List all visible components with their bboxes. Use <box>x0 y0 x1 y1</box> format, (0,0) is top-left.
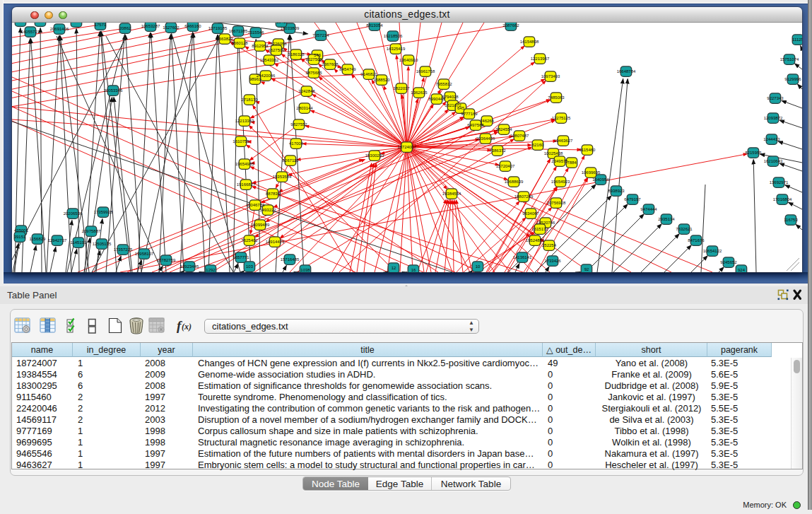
svg-text:62160: 62160 <box>532 143 544 147</box>
svg-text:5493222: 5493222 <box>259 208 276 212</box>
svg-text:17357225: 17357225 <box>114 247 133 252</box>
svg-text:8215955: 8215955 <box>745 151 762 155</box>
svg-text:6466160: 6466160 <box>184 24 201 28</box>
svg-text:14154808: 14154808 <box>520 40 539 44</box>
svg-text:10807487: 10807487 <box>510 134 529 138</box>
svg-text:7955812: 7955812 <box>435 82 452 86</box>
svg-text:98961: 98961 <box>249 77 261 81</box>
svg-text:15716485: 15716485 <box>281 257 300 262</box>
svg-text:116753: 116753 <box>784 218 798 222</box>
svg-text:15300293: 15300293 <box>365 153 384 158</box>
svg-text:19654923: 19654923 <box>551 180 570 184</box>
svg-text:20206536: 20206536 <box>64 211 83 216</box>
svg-text:1588520: 1588520 <box>373 78 390 82</box>
svg-text:252254: 252254 <box>542 243 557 247</box>
svg-text:18807249: 18807249 <box>514 194 534 199</box>
svg-text:16961758: 16961758 <box>416 69 435 74</box>
svg-text:11125: 11125 <box>792 37 802 42</box>
svg-text:20691406: 20691406 <box>50 27 69 31</box>
svg-text:9474444: 9474444 <box>640 207 657 211</box>
svg-text:17571: 17571 <box>95 23 107 27</box>
svg-text:5226058: 5226058 <box>270 42 287 46</box>
svg-text:20862: 20862 <box>119 26 131 30</box>
svg-text:20364436: 20364436 <box>476 136 495 141</box>
svg-text:(x): (x) <box>182 322 192 332</box>
svg-text:1610755: 1610755 <box>233 139 249 144</box>
svg-text:19654985: 19654985 <box>235 162 254 166</box>
svg-text:3875685: 3875685 <box>305 71 322 75</box>
svg-text:7884: 7884 <box>567 160 577 165</box>
svg-text:16: 16 <box>411 268 416 272</box>
svg-text:19218506: 19218506 <box>384 34 403 38</box>
svg-text:10046786: 10046786 <box>246 203 265 207</box>
svg-text:2718170: 2718170 <box>241 98 258 102</box>
svg-text:10543362: 10543362 <box>260 58 279 62</box>
svg-text:15353584: 15353584 <box>273 175 292 179</box>
svg-text:9827552: 9827552 <box>290 122 307 127</box>
svg-text:8660128: 8660128 <box>231 41 248 45</box>
svg-text:9245652: 9245652 <box>720 260 737 264</box>
svg-text:9129996: 9129996 <box>784 77 801 81</box>
svg-text:8912954: 8912954 <box>252 44 269 48</box>
svg-text:3186328: 3186328 <box>288 52 305 57</box>
svg-text:14520746: 14520746 <box>536 221 555 225</box>
svg-text:10699695: 10699695 <box>582 170 601 175</box>
svg-text:8471676: 8471676 <box>688 238 705 243</box>
svg-text:1733426: 1733426 <box>544 259 561 263</box>
svg-text:12: 12 <box>392 266 396 270</box>
svg-text:1627509: 1627509 <box>268 48 285 52</box>
svg-text:7515546: 7515546 <box>247 30 264 35</box>
svg-text:9227343: 9227343 <box>767 96 784 100</box>
svg-text:7632621: 7632621 <box>676 227 693 231</box>
svg-text:887834: 887834 <box>266 192 281 196</box>
svg-text:1640954: 1640954 <box>592 177 609 182</box>
svg-text:8813054: 8813054 <box>366 23 383 28</box>
svg-text:14325419: 14325419 <box>387 47 406 51</box>
svg-text:14914479: 14914479 <box>266 240 285 244</box>
svg-text:1038: 1038 <box>300 268 310 272</box>
svg-text:7485063: 7485063 <box>548 95 565 100</box>
svg-text:10: 10 <box>476 264 481 269</box>
svg-text:3824554: 3824554 <box>495 127 512 132</box>
svg-text:1615172: 1615172 <box>531 227 548 231</box>
svg-text:6497568: 6497568 <box>467 123 484 127</box>
svg-text:1527602: 1527602 <box>163 25 180 30</box>
svg-text:14136141: 14136141 <box>513 255 532 259</box>
svg-text:3822037: 3822037 <box>393 86 410 90</box>
svg-text:19524856: 19524856 <box>526 238 545 243</box>
svg-text:17359928: 17359928 <box>94 210 113 214</box>
svg-text:9634067: 9634067 <box>522 211 539 216</box>
svg-text:417004: 417004 <box>289 141 304 146</box>
svg-text:16671385: 16671385 <box>229 29 248 33</box>
svg-text:19958107: 19958107 <box>135 252 154 256</box>
svg-text:92: 92 <box>584 267 589 271</box>
svg-text:8938923: 8938923 <box>608 189 625 193</box>
svg-text:12275125: 12275125 <box>552 116 571 120</box>
svg-text:6479197: 6479197 <box>624 197 641 201</box>
svg-text:16033809: 16033809 <box>281 26 300 30</box>
svg-text:17016804: 17016804 <box>773 197 792 201</box>
svg-text:1244413: 1244413 <box>763 137 780 141</box>
svg-text:16648784: 16648784 <box>617 69 636 74</box>
svg-text:16210643: 16210643 <box>764 159 783 163</box>
svg-text:10973493: 10973493 <box>541 74 560 78</box>
svg-text:12923445: 12923445 <box>180 264 199 269</box>
svg-text:9327508: 9327508 <box>305 57 322 62</box>
svg-text:13692971: 13692971 <box>770 180 789 185</box>
svg-text:9146821: 9146821 <box>360 72 377 76</box>
svg-text:20756928: 20756928 <box>547 201 566 205</box>
svg-text:12213967: 12213967 <box>531 57 550 61</box>
svg-text:2087662: 2087662 <box>502 23 519 28</box>
svg-text:7625402: 7625402 <box>241 238 258 243</box>
svg-text:2367608: 2367608 <box>322 62 339 66</box>
svg-text:19166827: 19166827 <box>237 182 256 187</box>
svg-text:12213363: 12213363 <box>235 119 254 123</box>
svg-text:10688639: 10688639 <box>505 180 524 184</box>
svg-text:39151: 39151 <box>14 235 26 239</box>
svg-text:1292: 1292 <box>206 268 216 272</box>
svg-text:9777169: 9777169 <box>461 112 478 116</box>
svg-text:16099489: 16099489 <box>251 223 270 227</box>
svg-text:7357214: 7357214 <box>312 33 329 37</box>
svg-text:20053346: 20053346 <box>104 88 123 93</box>
svg-text:924: 924 <box>738 268 746 272</box>
